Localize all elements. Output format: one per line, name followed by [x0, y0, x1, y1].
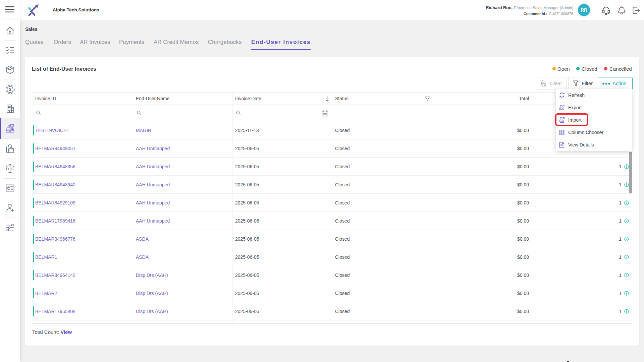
svg-text:$: $ [9, 87, 11, 92]
svg-text:D: D [6, 167, 9, 171]
svg-text:C: C [11, 167, 14, 171]
svg-text:XLS: XLS [560, 108, 563, 110]
